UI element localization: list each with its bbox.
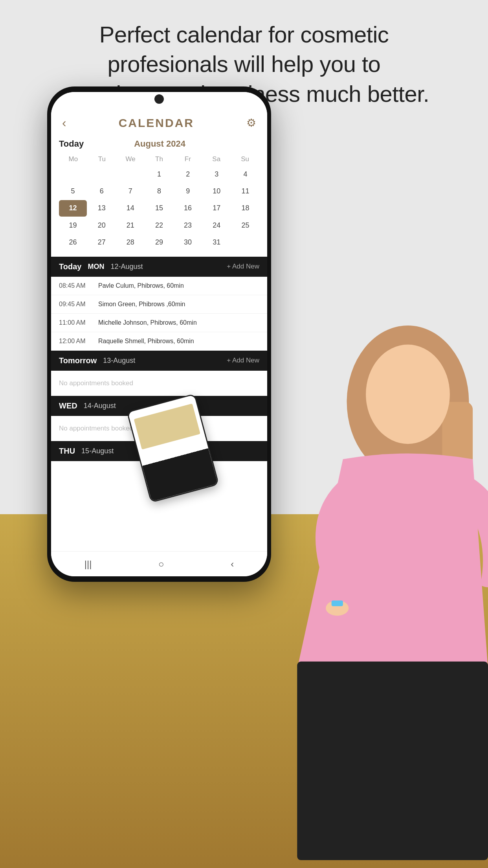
weekday-mo: Mo [59, 154, 88, 165]
cal-day-29[interactable]: 29 [145, 234, 173, 250]
add-new-today[interactable]: + Add New [227, 263, 259, 270]
day-label-thu: THU [59, 447, 75, 456]
mini-phone-calendar-preview [134, 403, 200, 449]
bottom-nav: ||| ○ ‹ [51, 551, 267, 576]
appointment-row-2[interactable]: 09:45 AM Simon Green, Phibrows ,60min [51, 295, 267, 314]
day-header-tomorrow: Tomorrow 13-August + Add New [51, 351, 267, 371]
screen-content: ‹ Calendar ⚙ Today August 2024 Mo Tu We … [51, 92, 267, 576]
appt-detail-1: Pavle Culum, Phibrows, 60min [98, 282, 184, 289]
appointment-row-4[interactable]: 12:00 AM Raquelle Shmell, Phibrows, 60mi… [51, 332, 267, 351]
appt-time-1: 08:45 AM [59, 282, 98, 289]
cal-day-2[interactable]: 2 [174, 166, 202, 182]
calendar-month-row: Today August 2024 [59, 136, 259, 154]
day-header-left-tomorrow: Tomorrow 13-August [59, 356, 135, 365]
phone-screen: ‹ Calendar ⚙ Today August 2024 Mo Tu We … [51, 92, 267, 576]
day-dow-mon: MON [88, 263, 104, 271]
camera-dot [154, 94, 164, 104]
settings-icon[interactable]: ⚙ [246, 116, 256, 129]
weekday-fr: Fr [173, 154, 202, 165]
weekday-su: Su [231, 154, 259, 165]
cal-day-10[interactable]: 10 [203, 183, 231, 199]
cal-day-18[interactable]: 18 [231, 200, 259, 216]
tagline-line2: profesionals will help you to [108, 51, 381, 77]
cal-day-23[interactable]: 23 [174, 217, 202, 234]
cal-day-19[interactable]: 19 [59, 217, 87, 234]
day-label-tomorrow: Tomorrow [59, 356, 97, 365]
cal-day-empty-3 [116, 166, 144, 182]
cal-day-empty-end [231, 234, 259, 250]
appt-detail-4: Raquelle Shmell, Phibrows, 60min [98, 338, 194, 345]
cal-day-17[interactable]: 17 [203, 200, 231, 216]
nav-home-icon[interactable]: ○ [158, 559, 164, 570]
cal-day-8[interactable]: 8 [145, 183, 173, 199]
phone-frame: ‹ Calendar ⚙ Today August 2024 Mo Tu We … [47, 86, 271, 582]
day-date-14aug: 14-August [84, 402, 116, 410]
calendar-today-label[interactable]: Today [59, 139, 84, 149]
cal-day-24[interactable]: 24 [203, 217, 231, 234]
cal-day-13[interactable]: 13 [88, 200, 116, 216]
appt-time-3: 11:00 AM [59, 319, 98, 326]
day-label-today: Today [59, 262, 81, 271]
cal-day-15[interactable]: 15 [145, 200, 173, 216]
appointment-row-3[interactable]: 11:00 AM Michelle Johnson, Phibrows, 60m… [51, 314, 267, 332]
day-date-12aug: 12-August [110, 263, 143, 271]
cal-day-27[interactable]: 27 [88, 234, 116, 250]
cal-day-28[interactable]: 28 [116, 234, 144, 250]
add-new-tomorrow[interactable]: + Add New [227, 357, 259, 364]
cal-day-25[interactable]: 25 [231, 217, 259, 234]
cal-day-26[interactable]: 26 [59, 234, 87, 250]
day-header-today: Today MON 12-August + Add New [51, 257, 267, 277]
weekday-we: We [116, 154, 145, 165]
cal-day-4[interactable]: 4 [231, 166, 259, 182]
back-button[interactable]: ‹ [62, 116, 66, 130]
cal-day-16[interactable]: 16 [174, 200, 202, 216]
calendar-section: Today August 2024 Mo Tu We Th Fr Sa Su [51, 136, 267, 257]
calendar-month-label: August 2024 [134, 139, 185, 149]
cal-day-22[interactable]: 22 [145, 217, 173, 234]
nav-menu-icon[interactable]: ||| [84, 559, 92, 570]
day-header-left-wed: WED 14-August [59, 401, 116, 410]
day-header-left-thu: THU 15-August [59, 447, 114, 456]
app-title: Calendar [119, 116, 194, 130]
appt-detail-3: Michelle Johnson, Phibrows, 60min [98, 319, 197, 326]
cal-day-5[interactable]: 5 [59, 183, 87, 199]
appt-time-4: 12:00 AM [59, 338, 98, 345]
cal-day-6[interactable]: 6 [88, 183, 116, 199]
cal-day-3[interactable]: 3 [203, 166, 231, 182]
cal-day-30[interactable]: 30 [174, 234, 202, 250]
tagline-line1: Perfect calendar for cosmetic [99, 22, 389, 47]
appt-time-2: 09:45 AM [59, 301, 98, 308]
calendar-grid: 1 2 3 4 5 6 7 8 9 10 11 12 13 14 15 [59, 166, 259, 250]
weekday-th: Th [145, 154, 174, 165]
cal-day-31[interactable]: 31 [203, 234, 231, 250]
no-appt-tomorrow: No appointments booked [51, 371, 267, 396]
nav-back-icon[interactable]: ‹ [231, 559, 234, 570]
weekday-tu: Tu [88, 154, 116, 165]
day-header-left-today: Today MON 12-August [59, 262, 143, 271]
day-date-13aug: 13-August [103, 357, 135, 365]
cal-day-11[interactable]: 11 [231, 183, 259, 199]
day-label-wed: WED [59, 401, 77, 410]
cal-day-7[interactable]: 7 [116, 183, 144, 199]
day-date-15aug: 15-August [81, 447, 114, 455]
cal-day-20[interactable]: 20 [88, 217, 116, 234]
calendar-weekdays: Mo Tu We Th Fr Sa Su [59, 154, 259, 165]
cal-day-9[interactable]: 9 [174, 183, 202, 199]
weekday-sa: Sa [202, 154, 231, 165]
cal-day-empty-1 [59, 166, 87, 182]
appt-detail-2: Simon Green, Phibrows ,60min [98, 301, 185, 308]
cal-day-empty-2 [88, 166, 116, 182]
cal-day-1[interactable]: 1 [145, 166, 173, 182]
appointment-row-1[interactable]: 08:45 AM Pavle Culum, Phibrows, 60min [51, 277, 267, 295]
cal-day-21[interactable]: 21 [116, 217, 144, 234]
cal-day-12-today[interactable]: 12 [59, 200, 87, 216]
cal-day-14[interactable]: 14 [116, 200, 144, 216]
